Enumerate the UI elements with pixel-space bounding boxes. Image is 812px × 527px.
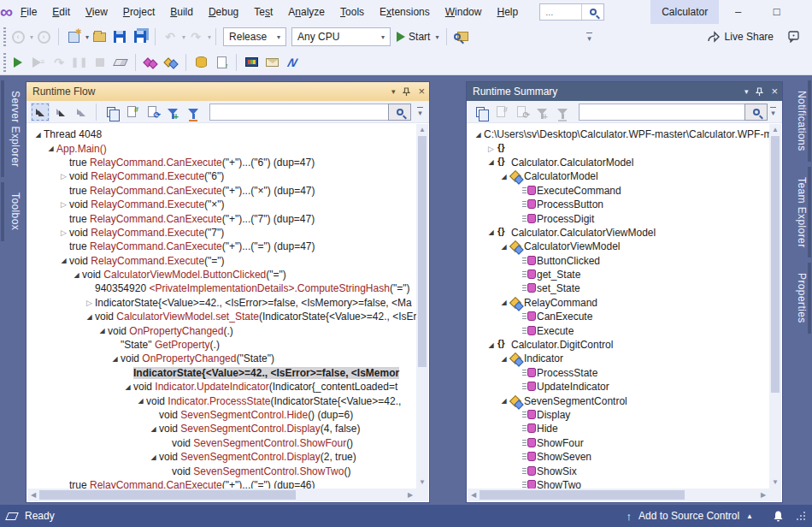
menu-test[interactable]: Test xyxy=(246,0,280,24)
tree-row[interactable]: void SevenSegmentControl.Hide() (dup=6) xyxy=(27,408,416,422)
expanded-icon[interactable]: ◢ xyxy=(109,355,121,363)
menu-file[interactable]: File xyxy=(13,0,44,24)
copy-text-icon[interactable] xyxy=(491,103,510,121)
menu-build[interactable]: Build xyxy=(162,0,201,24)
new-project-dropdown-icon[interactable]: ▾ xyxy=(85,33,89,41)
search-icon[interactable] xyxy=(744,104,768,121)
navigate-forward-icon[interactable]: › xyxy=(34,27,53,47)
tree-row[interactable]: ◢Calculator.CalculatorModel xyxy=(468,156,769,169)
expanded-icon[interactable]: ◢ xyxy=(485,158,497,166)
tree-row[interactable]: ◢C:\Users\sv\Desktop\Calculator.WPF-mast… xyxy=(468,127,769,141)
email-icon[interactable] xyxy=(262,52,281,73)
collapsed-icon[interactable]: ▷ xyxy=(84,299,95,307)
close-icon[interactable]: × xyxy=(418,87,425,96)
quick-launch-search[interactable] xyxy=(539,3,604,21)
tree-row[interactable]: ◢void CalculatorViewModel.ButtonClicked(… xyxy=(27,268,416,281)
pin-icon[interactable] xyxy=(403,87,410,97)
view-full-calls-icon[interactable] xyxy=(31,103,50,121)
collapsed-icon[interactable]: ▷ xyxy=(58,200,69,209)
quick-launch-input[interactable] xyxy=(540,7,581,17)
tree-row[interactable]: ▷void RelayCommand.Execute("7") xyxy=(27,226,416,240)
tree-row[interactable]: ◢void OnPropertyChanged("State") xyxy=(27,352,416,365)
toolbar-overflow-icon[interactable]: ▾ xyxy=(415,107,426,116)
sidebar-tab-properties[interactable]: Properties xyxy=(791,263,811,334)
undo-icon[interactable]: ↶ xyxy=(161,27,179,47)
toolbar-overflow-icon[interactable]: ▾ xyxy=(584,33,595,42)
tree-row[interactable]: void SevenSegmentControl.ShowTwo() xyxy=(27,464,416,477)
expanded-icon[interactable]: ◢ xyxy=(473,131,484,139)
tree-row[interactable]: Execute xyxy=(468,323,769,337)
minimize-button[interactable]: – xyxy=(719,0,757,24)
scroll-left-icon[interactable]: ◀ xyxy=(27,489,39,501)
run-with-options-icon[interactable]: ≡ xyxy=(29,52,48,73)
source-control-caret-icon[interactable]: ▲ xyxy=(746,512,753,520)
new-project-icon[interactable] xyxy=(64,27,83,47)
redo-icon[interactable]: ↷ xyxy=(186,27,205,47)
expanded-icon[interactable]: ◢ xyxy=(71,271,82,279)
expanded-icon[interactable]: ◢ xyxy=(498,355,509,363)
tree-row[interactable]: ▷ xyxy=(468,141,769,155)
tree-row[interactable]: true RelayCommand.CanExecute("+")...("="… xyxy=(27,240,416,253)
tree-row[interactable]: ◢Calculator.CalculatorViewModel xyxy=(468,226,769,240)
screenshot-icon[interactable] xyxy=(242,52,261,73)
tree-row[interactable]: CanExecute xyxy=(468,310,769,323)
stop-icon[interactable] xyxy=(91,52,109,73)
scroll-right-icon[interactable]: ▶ xyxy=(404,489,416,501)
tree-row[interactable]: ◢SevenSegmentControl xyxy=(468,394,769,407)
tree-row[interactable]: void SevenSegmentControl.ShowFour() xyxy=(27,436,416,450)
menu-project[interactable]: Project xyxy=(115,0,162,24)
scroll-up-icon[interactable]: ▲ xyxy=(769,124,781,136)
sidebar-tab-notifications[interactable]: Notifications xyxy=(791,80,811,162)
class-view-icon[interactable] xyxy=(162,52,180,73)
resize-grip[interactable] xyxy=(797,512,805,520)
flow-vertical-scrollbar[interactable]: ▲ ▼ xyxy=(416,124,428,489)
summary-vertical-scrollbar[interactable]: ▲ ▼ xyxy=(769,124,781,489)
tree-row[interactable]: 940354920 <PrivateImplementationDetails>… xyxy=(27,281,416,295)
tree-row[interactable]: ▷void RelayCommand.Execute("×") xyxy=(27,198,416,211)
collapsed-icon[interactable]: ▷ xyxy=(58,172,69,181)
send-feedback-icon[interactable] xyxy=(783,27,802,47)
expanded-icon[interactable]: ◢ xyxy=(148,425,159,433)
start-dropdown-icon[interactable]: ▾ xyxy=(435,33,438,41)
tree-row[interactable]: ProcessButton xyxy=(468,198,769,211)
clear-filter-icon[interactable] xyxy=(184,103,203,121)
tree-row[interactable]: ▷IndicatorState{<Value>=42., <IsError>=f… xyxy=(27,296,416,310)
view-compact-calls-icon[interactable] xyxy=(51,103,70,121)
copy-icon[interactable] xyxy=(102,103,121,121)
tree-row[interactable]: true RelayCommand.CanExecute("+")...("×"… xyxy=(27,184,416,198)
window-position-icon[interactable]: ▾ xyxy=(744,87,749,96)
expanded-icon[interactable]: ◢ xyxy=(498,299,509,306)
tree-row[interactable]: ShowSeven xyxy=(468,450,769,464)
flow-horizontal-scrollbar[interactable]: ◀ ▶ xyxy=(27,489,416,501)
tree-row[interactable]: ◢void Indicator.UpdateIndicator(Indicato… xyxy=(27,380,416,394)
open-file-icon[interactable] xyxy=(90,27,109,47)
scroll-down-icon[interactable]: ▼ xyxy=(416,477,428,489)
menu-tools[interactable]: Tools xyxy=(332,0,372,24)
runtime-summary-header[interactable]: Runtime Summary ▾ × xyxy=(467,82,782,101)
add-filter-icon[interactable] xyxy=(163,103,182,121)
tree-row[interactable]: set_State xyxy=(468,281,769,295)
signature-icon[interactable]: N xyxy=(283,52,302,73)
scroll-up-icon[interactable]: ▲ xyxy=(416,124,428,136)
maximize-button[interactable]: □ xyxy=(757,0,796,24)
close-icon[interactable]: × xyxy=(771,87,778,96)
tree-row[interactable]: ProcessState xyxy=(468,366,769,380)
summary-horizontal-scrollbar[interactable]: ◀ ▶ xyxy=(468,489,769,501)
navigate-back-dropdown-icon[interactable]: ▾ xyxy=(30,33,33,41)
pin-icon[interactable] xyxy=(756,87,763,97)
copy-text-icon[interactable] xyxy=(122,103,141,121)
toolbar-overflow-icon[interactable]: ▾ xyxy=(768,107,779,116)
toolbar-grip[interactable] xyxy=(3,27,6,46)
flow-search-input[interactable] xyxy=(209,104,388,121)
expanded-icon[interactable]: ◢ xyxy=(148,453,159,461)
search-icon[interactable] xyxy=(388,104,411,121)
refresh-icon[interactable] xyxy=(143,103,162,121)
tree-row[interactable]: ◢void Indicator.ProcessState(IndicatorSt… xyxy=(27,394,416,407)
toolbar-grip[interactable] xyxy=(3,53,6,72)
save-icon[interactable] xyxy=(110,27,129,47)
expanded-icon[interactable]: ◢ xyxy=(122,383,133,391)
expanded-icon[interactable]: ◢ xyxy=(498,397,509,405)
tree-row[interactable]: Hide xyxy=(468,422,769,435)
export-clipboard-icon[interactable] xyxy=(212,52,231,73)
solution-platform-dropdown[interactable]: Any CPU▾ xyxy=(291,27,391,46)
